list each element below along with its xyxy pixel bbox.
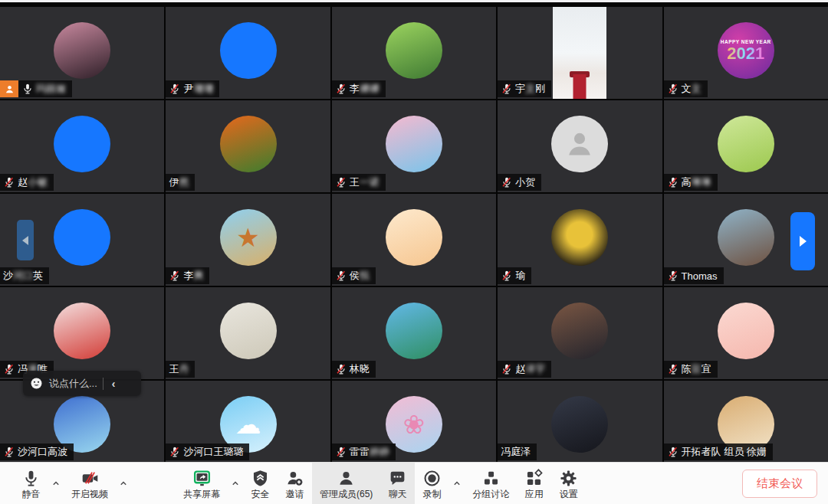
- participant-avatar: [718, 303, 774, 359]
- participant-nameplate: 开拓者队 组员 徐姗: [664, 443, 773, 460]
- participant-avatar: [386, 303, 442, 359]
- participant-name: 侯悦: [350, 269, 370, 283]
- toolbar-button-label: 应用: [525, 489, 544, 499]
- toolbar-share-screen-expand[interactable]: [228, 463, 243, 504]
- participant-label-row: Thomas: [664, 267, 724, 284]
- participant-tile[interactable]: 宇文刚: [498, 7, 662, 99]
- participant-name: 伊然: [169, 175, 189, 189]
- quick-chat-placeholder[interactable]: 说点什么...: [49, 377, 97, 391]
- toolbar-mute-button[interactable]: 静音: [14, 463, 48, 504]
- participant-nameplate: 林晓: [332, 361, 376, 378]
- toolbar-button-label: 聊天: [389, 489, 407, 499]
- participant-name: 李爽: [183, 269, 203, 283]
- participant-tile[interactable]: 高琳琳: [664, 100, 828, 192]
- participant-name: 宇文刚: [515, 82, 545, 96]
- toolbar-record-expand[interactable]: [449, 463, 465, 504]
- participant-tile[interactable]: 赵小敏: [0, 100, 164, 192]
- participant-tile[interactable]: ❀ 雷雷婷婷: [332, 381, 496, 462]
- participant-tile[interactable]: 赵泽宇: [498, 287, 662, 379]
- mic-icon: [21, 469, 41, 488]
- chevron-left-icon: [22, 236, 28, 245]
- participant-nameplate: 沙河口英: [0, 267, 49, 284]
- toolbar-invite-button[interactable]: 邀请: [278, 463, 312, 504]
- mic-muted-icon: [335, 176, 347, 188]
- participant-tile[interactable]: 陈宣宜: [664, 287, 828, 379]
- participant-name: 林晓: [350, 362, 370, 376]
- toolbar-chat-button[interactable]: 聊天: [380, 463, 415, 504]
- camera-off-icon: [80, 469, 100, 488]
- participant-nameplate: 瑜: [498, 267, 531, 284]
- participant-nameplate: 赵泽宇: [498, 361, 551, 378]
- participant-tile[interactable]: HAPPY NEW YEAR2021 文文: [664, 7, 828, 99]
- participant-nameplate: 尹珊珊: [166, 80, 219, 97]
- mic-muted-icon: [169, 446, 181, 458]
- participant-nameplate: 小贺: [498, 174, 541, 191]
- toolbar-record-button[interactable]: 录制: [415, 463, 449, 504]
- participant-name: 赵小敏: [18, 175, 48, 189]
- participant-nameplate: 陈宣宜: [664, 361, 718, 378]
- participant-avatar: [220, 22, 277, 79]
- participant-tile[interactable]: 冯潇唯: [0, 287, 164, 379]
- participant-tile[interactable]: ☁ 沙河口王璐璐: [166, 381, 330, 462]
- next-page-button[interactable]: [790, 212, 815, 270]
- prev-page-button[interactable]: [17, 220, 34, 260]
- participant-tile[interactable]: 侯悦: [332, 194, 496, 286]
- quick-chat-bar[interactable]: 说点什么... ‹: [23, 371, 141, 396]
- end-meeting-button[interactable]: 结束会议: [742, 470, 817, 498]
- participant-label-row: 冯庭泽: [498, 443, 537, 460]
- participant-tile[interactable]: 冯庭泽: [498, 381, 662, 462]
- toolbar-button-label: 邀请: [286, 489, 304, 499]
- participant-tile[interactable]: 开拓者队 组员 徐姗: [664, 381, 828, 462]
- toolbar-breakout-button[interactable]: 分组讨论: [465, 463, 517, 504]
- toolbar-security-button[interactable]: 安全: [243, 463, 278, 504]
- toolbar-mute-expand[interactable]: [48, 463, 64, 504]
- mic-muted-icon: [667, 446, 679, 458]
- toolbar: 静音 开启视频 共享屏幕 安全 邀请: [0, 462, 828, 504]
- participant-tile[interactable]: 尹珊珊: [166, 7, 330, 99]
- participant-nameplate: 玛丽娅: [18, 80, 72, 97]
- participant-label-row: 王丹: [166, 361, 195, 378]
- toolbar-button-label: 管理成员(65): [320, 489, 373, 499]
- participant-tile[interactable]: 王一诺: [332, 100, 496, 192]
- participant-avatar: [386, 22, 442, 79]
- toolbar-share-screen-button[interactable]: 共享屏幕: [176, 463, 228, 504]
- toolbar-button-label: 录制: [423, 489, 442, 499]
- toolbar-buttons: 静音 开启视频 共享屏幕 安全 邀请: [0, 463, 586, 504]
- toolbar-apps-button[interactable]: 应用: [517, 463, 551, 504]
- participant-tile[interactable]: 林晓: [332, 287, 496, 379]
- avatar-glyph: ★: [236, 224, 259, 250]
- toolbar-start-video-button[interactable]: 开启视频: [64, 463, 116, 504]
- divider: [103, 378, 104, 390]
- participant-tile[interactable]: 玛丽娅: [0, 7, 164, 99]
- collapse-chat-button[interactable]: ‹: [109, 378, 119, 390]
- participant-nameplate: 宇文刚: [498, 80, 551, 97]
- toolbar-settings-button[interactable]: 设置: [551, 463, 586, 504]
- invite-icon: [285, 469, 304, 488]
- participant-label-row: 文文: [664, 80, 708, 97]
- participant-name: 沙河口高波: [18, 445, 67, 459]
- mic-muted-icon: [335, 446, 347, 458]
- participant-label-row: 宇文刚: [498, 80, 551, 97]
- participant-tile[interactable]: 王丹: [166, 287, 330, 379]
- shield-icon: [251, 469, 270, 488]
- participant-name: 赵泽宇: [515, 362, 545, 376]
- participant-tile[interactable]: 李娜娜: [332, 7, 496, 99]
- participant-avatar: [386, 209, 442, 266]
- participant-name: 雷雷婷婷: [350, 445, 389, 459]
- participant-label-row: 开拓者队 组员 徐姗: [664, 443, 773, 460]
- participant-name: Thomas: [682, 270, 718, 282]
- participant-name: 文文: [682, 82, 702, 96]
- toolbar-start-video-expand[interactable]: [116, 463, 131, 504]
- participant-name: 陈宣宜: [682, 362, 711, 376]
- members-icon: [337, 469, 356, 488]
- toolbar-members-button[interactable]: 管理成员(65): [312, 463, 380, 504]
- emoji-icon[interactable]: [29, 376, 44, 391]
- participant-tile[interactable]: 小贺: [498, 100, 662, 192]
- apps-icon: [524, 469, 544, 488]
- participant-nameplate: Thomas: [664, 267, 724, 284]
- participant-tile[interactable]: 伊然: [166, 100, 330, 192]
- participant-nameplate: 沙河口高波: [0, 443, 74, 460]
- participant-tile[interactable]: ★ 李爽: [166, 194, 330, 286]
- participant-tile[interactable]: 瑜: [498, 194, 662, 286]
- participant-label-row: 李娜娜: [332, 80, 386, 97]
